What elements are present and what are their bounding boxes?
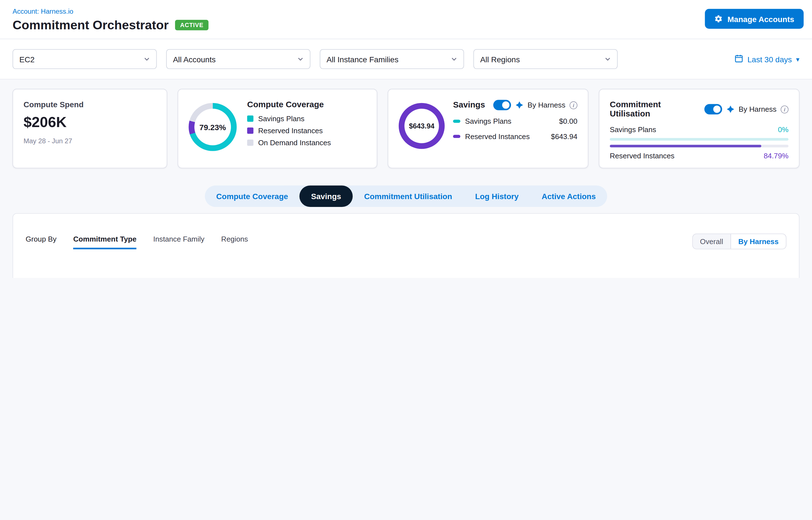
tab-savings[interactable]: Savings — [299, 186, 353, 207]
caret-down-icon: ▾ — [796, 56, 800, 62]
accounts-select-value: All Accounts — [173, 55, 215, 64]
legend-item: Reserved Instances — [247, 127, 366, 135]
utilisation-row-value: 0% — [778, 126, 789, 134]
page-header: Account: Harness.io Commitment Orchestra… — [0, 0, 812, 40]
savings-row: Reserved Instances $643.94 — [453, 132, 577, 141]
legend-label: On Demand Instances — [258, 139, 331, 147]
date-range-value: Last 30 days — [748, 55, 792, 64]
section-tabs: Compute Coverage Savings Commitment Util… — [205, 186, 607, 207]
commitment-utilisation-card: Commitment Utilisation By Harness i Savi… — [599, 89, 800, 168]
view-toggle: Overall By Harness — [692, 234, 787, 250]
chevron-down-icon — [451, 55, 457, 64]
compute-spend-value: $206K — [23, 114, 156, 131]
date-range-picker[interactable]: Last 30 days ▾ — [735, 54, 800, 64]
by-harness-label: By Harness — [527, 101, 565, 109]
by-harness-label: By Harness — [738, 105, 776, 114]
tab-compute-coverage[interactable]: Compute Coverage — [205, 186, 299, 207]
savings-plans-swatch — [453, 120, 460, 123]
utilisation-row-label: Savings Plans — [610, 126, 656, 134]
compute-spend-period: May 28 - Jun 27 — [23, 137, 156, 145]
chevron-down-icon — [144, 55, 150, 64]
service-select[interactable]: EC2 — [12, 49, 157, 69]
legend-item: Savings Plans — [247, 115, 366, 123]
group-tab-regions[interactable]: Regions — [221, 234, 248, 248]
group-by-row: Group By Commitment Type Instance Family… — [26, 234, 787, 250]
compute-spend-title: Compute Spend — [23, 100, 156, 109]
view-toggle-overall[interactable]: Overall — [693, 234, 731, 249]
harness-logo-icon — [515, 101, 523, 109]
regions-select-value: All Regions — [480, 55, 520, 64]
legend-label: Savings Plans — [258, 115, 304, 123]
savings-panel: Group By Commitment Type Instance Family… — [12, 213, 800, 278]
chevron-down-icon — [605, 55, 611, 64]
filter-bar: EC2 All Accounts All Instance Families A… — [0, 40, 812, 80]
instance-families-select-value: All Instance Families — [327, 55, 398, 64]
view-toggle-by-harness[interactable]: By Harness — [731, 234, 786, 249]
coverage-card-title: Compute Coverage — [247, 100, 366, 109]
savings-row: Savings Plans $0.00 — [453, 117, 577, 126]
group-by-label: Group By — [26, 234, 57, 243]
harness-logo-icon — [726, 105, 734, 114]
compute-coverage-card: 79.23% Compute Coverage Savings Plans Re… — [178, 89, 377, 168]
savings-donut-value: $643.94 — [399, 103, 445, 149]
section-tabs-row: Compute Coverage Savings Commitment Util… — [0, 186, 812, 207]
service-select-value: EC2 — [19, 55, 35, 64]
legend-item: On Demand Instances — [247, 139, 366, 147]
reserved-instances-swatch — [247, 128, 253, 134]
page-title: Commitment Orchestrator — [12, 18, 169, 32]
title-row: Commitment Orchestrator ACTIVE — [12, 18, 800, 32]
utilisation-row-value: 84.79% — [764, 152, 789, 160]
coverage-legend: Savings Plans Reserved Instances On Dema… — [247, 115, 366, 147]
progress-fill — [610, 145, 761, 148]
savings-plans-progress-bar — [610, 138, 789, 141]
savings-plans-swatch — [247, 115, 253, 122]
group-tab-instance-family[interactable]: Instance Family — [153, 234, 204, 248]
tab-active-actions[interactable]: Active Actions — [530, 186, 607, 207]
commitment-orchestrator-page: Account: Harness.io Commitment Orchestra… — [0, 0, 812, 278]
status-badge: ACTIVE — [175, 20, 209, 30]
compute-spend-card: Compute Spend $206K May 28 - Jun 27 — [12, 89, 167, 168]
toggle-knob — [502, 102, 509, 109]
summary-cards: Compute Spend $206K May 28 - Jun 27 79.2… — [0, 80, 812, 168]
legend-label: Reserved Instances — [258, 127, 323, 135]
calendar-icon — [735, 54, 743, 64]
savings-row-label: Savings Plans — [465, 117, 554, 126]
info-icon[interactable]: i — [781, 106, 789, 113]
accounts-select[interactable]: All Accounts — [166, 49, 310, 69]
savings-card: $643.94 Savings By Harness i — [388, 89, 588, 168]
coverage-donut-value: 79.23% — [189, 103, 237, 151]
savings-by-harness-toggle[interactable] — [493, 100, 511, 110]
savings-donut-chart: $643.94 — [399, 103, 445, 149]
tab-commitment-utilisation[interactable]: Commitment Utilisation — [353, 186, 464, 207]
gear-icon — [714, 15, 723, 23]
utilisation-row: Savings Plans 0% — [610, 126, 789, 134]
group-tab-commitment-type[interactable]: Commitment Type — [73, 234, 136, 250]
instance-families-select[interactable]: All Instance Families — [320, 49, 464, 69]
utilisation-row-label: Reserved Instances — [610, 152, 675, 160]
savings-card-title: Savings — [453, 101, 485, 110]
utilisation-by-harness-toggle[interactable] — [704, 104, 722, 114]
utilisation-row: Reserved Instances 84.79% — [610, 152, 789, 160]
regions-select[interactable]: All Regions — [473, 49, 618, 69]
savings-row-label: Reserved Instances — [465, 132, 546, 141]
info-icon[interactable]: i — [570, 101, 577, 109]
manage-accounts-label: Manage Accounts — [727, 14, 794, 23]
on-demand-swatch — [247, 140, 253, 146]
chevron-down-icon — [297, 55, 304, 64]
tab-log-history[interactable]: Log History — [464, 186, 530, 207]
account-breadcrumb-link[interactable]: Account: Harness.io — [12, 7, 74, 15]
coverage-donut-chart: 79.23% — [189, 103, 237, 151]
utilisation-card-title: Commitment Utilisation — [610, 100, 699, 119]
savings-row-value: $0.00 — [559, 117, 577, 126]
savings-row-value: $643.94 — [551, 132, 577, 141]
reserved-instances-progress-bar — [610, 145, 789, 148]
manage-accounts-button[interactable]: Manage Accounts — [705, 9, 804, 29]
reserved-instances-swatch — [453, 135, 460, 138]
toggle-knob — [713, 106, 721, 113]
